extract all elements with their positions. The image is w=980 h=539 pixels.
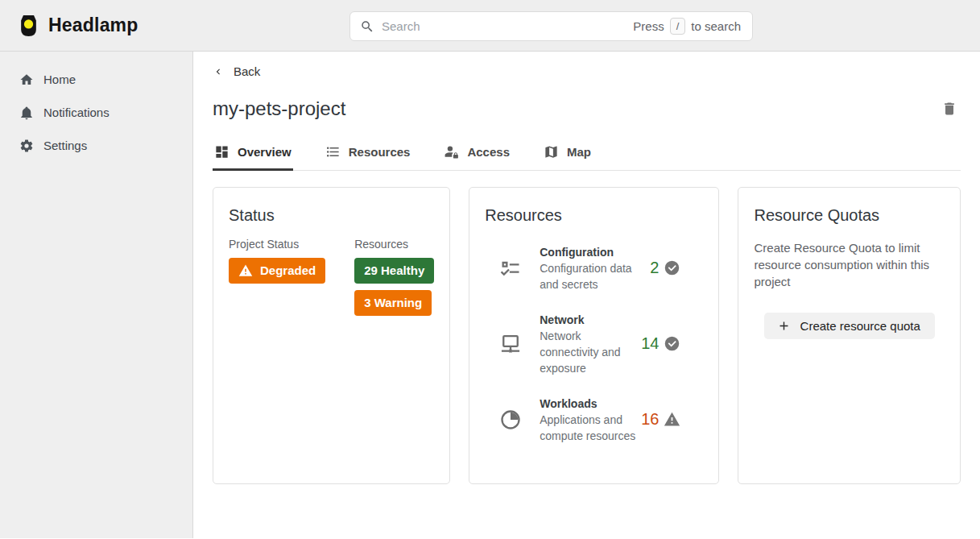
workloads-pie-icon <box>499 408 523 431</box>
map-icon <box>544 144 559 160</box>
resource-row-workloads[interactable]: Workloads Applications and compute resou… <box>485 396 703 444</box>
tab-label: Map <box>567 145 591 159</box>
sidebar: Home Notifications Settings <box>0 52 193 538</box>
topbar: Headlamp Press / to search <box>0 0 980 52</box>
dashboard-icon <box>214 144 229 160</box>
search-hint-suffix: to search <box>691 19 741 33</box>
main-content: Back my-pets-project Overview <box>193 52 980 538</box>
search-bar[interactable]: Press / to search <box>349 11 753 41</box>
check-circle-icon <box>664 335 680 352</box>
back-button[interactable]: Back <box>213 63 263 80</box>
bell-icon <box>19 106 34 120</box>
badge-label: Degraded <box>260 263 316 277</box>
page-title: my-pets-project <box>213 97 345 120</box>
tab-label: Overview <box>238 145 292 159</box>
sidebar-item-notifications[interactable]: Notifications <box>0 96 192 129</box>
sidebar-item-label: Home <box>43 73 76 86</box>
headlamp-logo-icon <box>18 14 39 38</box>
home-icon <box>19 73 34 87</box>
tab-resources[interactable]: Resources <box>324 137 412 170</box>
slash-key-badge: / <box>670 18 686 35</box>
resource-row-network[interactable]: Network Network connectivity and exposur… <box>485 312 703 376</box>
brand: Headlamp <box>18 14 139 38</box>
status-card-title: Status <box>229 206 434 225</box>
resource-count: 16 <box>641 410 659 429</box>
list-icon <box>325 144 341 160</box>
resources-status-column: Resources 29 Healthy 3 Warning <box>354 238 434 322</box>
search-input[interactable] <box>382 19 626 33</box>
warning-triangle-icon <box>664 411 680 428</box>
sidebar-item-settings[interactable]: Settings <box>0 129 192 162</box>
sidebar-item-label: Settings <box>43 139 87 152</box>
trash-icon <box>941 107 957 119</box>
resources-status-label: Resources <box>354 238 434 251</box>
warning-count-badge: 3 Warning <box>354 290 432 316</box>
resource-description: Configuration data and secrets <box>540 260 641 292</box>
create-quota-label: Create resource quota <box>800 319 920 333</box>
resource-description: Network connectivity and exposure <box>540 328 641 376</box>
tab-access[interactable]: Access <box>442 137 511 170</box>
sidebar-item-home[interactable]: Home <box>0 63 192 96</box>
resource-name: Workloads <box>540 396 641 412</box>
configuration-icon <box>499 257 523 280</box>
sidebar-item-label: Notifications <box>43 106 110 119</box>
network-icon <box>499 333 523 355</box>
gear-icon <box>19 139 34 153</box>
resource-row-configuration[interactable]: Configuration Configuration data and sec… <box>485 244 703 292</box>
tab-bar: Overview Resources Acces <box>213 137 961 171</box>
badge-label: 29 Healthy <box>364 263 424 277</box>
person-lock-icon <box>444 144 459 160</box>
search-hint-prefix: Press <box>633 19 664 33</box>
check-circle-icon <box>664 259 680 276</box>
project-status-column: Project Status Degraded <box>229 238 325 322</box>
tab-map[interactable]: Map <box>542 137 593 170</box>
resource-count: 2 <box>650 259 659 277</box>
quotas-card-title: Resource Quotas <box>754 206 945 225</box>
delete-project-button[interactable] <box>938 97 961 120</box>
resource-name: Configuration <box>540 244 641 260</box>
quotas-description: Create Resource Quota to limit resource … <box>754 239 945 290</box>
resource-quotas-card: Resource Quotas Create Resource Quota to… <box>738 187 961 484</box>
resources-card-title: Resources <box>485 206 703 225</box>
tab-label: Access <box>467 145 510 159</box>
healthy-count-badge: 29 Healthy <box>354 258 434 284</box>
app-title: Headlamp <box>48 15 139 36</box>
resource-description: Applications and compute resources <box>540 412 641 444</box>
badge-label: 3 Warning <box>364 296 422 309</box>
tab-label: Resources <box>349 145 411 159</box>
degraded-status-badge: Degraded <box>229 258 325 284</box>
back-label: Back <box>234 64 260 78</box>
chevron-left-icon <box>213 66 224 77</box>
search-icon <box>360 19 374 34</box>
resource-count: 14 <box>641 334 659 353</box>
plus-icon <box>777 319 791 333</box>
create-resource-quota-button[interactable]: Create resource quota <box>764 313 935 339</box>
tab-overview[interactable]: Overview <box>213 137 293 170</box>
search-shortcut-hint: Press / to search <box>633 18 741 35</box>
resource-name: Network <box>540 312 641 328</box>
resources-card: Resources Configuration Configuration da… <box>469 187 719 484</box>
status-card: Status Project Status Degraded <box>213 187 450 484</box>
warning-triangle-icon <box>238 263 253 278</box>
project-status-label: Project Status <box>229 238 325 251</box>
